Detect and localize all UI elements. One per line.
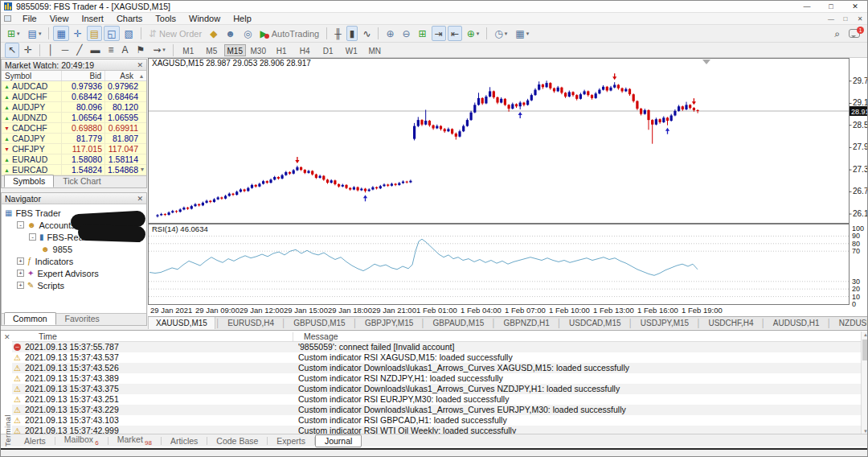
chart-tab-xauusd-m15[interactable]: XAUUSD,M15 [148,317,215,329]
candle-body [334,180,336,184]
journal-row[interactable]: ⚠2021.09.13 15:37:43.251Custom indicator… [12,394,861,405]
status-bar [1,448,867,457]
chart-tab-gbpnzd-h1[interactable]: GBPNZD,H1 [497,317,557,329]
candle-body [206,201,208,203]
expand-icon[interactable]: + [17,257,24,265]
candle-body [440,126,442,130]
candle-body [251,185,253,188]
price-down-icon: ▼ [4,146,10,152]
candle-body [182,208,185,209]
journal-row[interactable]: –2021.09.13 15:37:55.787'9855059': conne… [12,342,861,352]
candle-body [651,120,653,125]
market-watch-tab-symbols[interactable]: Symbols [4,175,54,187]
journal-row[interactable]: ⚠2021.09.13 15:37:43.103Custom indicator… [12,415,861,426]
column-time[interactable]: Time [39,331,57,341]
candle-body [198,204,200,205]
terminal-tab-alerts[interactable]: Alerts [15,435,55,447]
close-icon[interactable]: ✕ [137,61,143,69]
tab-badge: 98 [143,439,152,447]
warning-icon: ⚠ [14,385,21,393]
market-watch-row[interactable]: ▲EURAUD1.580801.58114 [2,154,146,165]
navigator-item-9855[interactable]: ☻9855 [2,243,146,255]
log-time: 2021.09.13 15:37:43.229 [25,405,119,415]
scroll-up-icon[interactable]: ▴ [137,71,146,80]
expand-icon[interactable]: + [17,270,24,277]
bid-value: 0.68442 [61,92,104,101]
candle-body [307,171,309,173]
candle-body [168,212,170,215]
chart-tab-audusd-h1[interactable]: AUDUSD,H1 [766,317,827,329]
column-ask[interactable]: Ask [104,71,137,80]
candle-body [598,90,600,94]
symbol-name: CADCHF [12,123,47,133]
navigator-item-indicators[interactable]: +ƒIndicators [2,255,146,267]
column-symbol[interactable]: Symbol [2,71,61,80]
candle-body [647,110,649,120]
close-icon[interactable]: ✕ [137,195,143,203]
terminal-tab-mailbox[interactable]: Mailbox 6 [55,434,108,447]
chart-tab-usdchf-h4[interactable]: USDCHF,H4 [701,317,760,329]
terminal-scrollbar[interactable]: ▲ ▼ [861,331,868,434]
candle-body [293,171,295,174]
collapse-icon[interactable]: - [29,233,36,241]
terminal-tab-code-base[interactable]: Code Base [207,435,267,447]
scroll-up-icon[interactable]: ▲ [862,332,868,337]
price-axis-label: 27.950 [853,142,868,151]
candle-body [655,119,657,125]
chart-tab-nzdusd-h4[interactable]: NZDUSD,H4 [832,317,868,329]
navigator-item-label: Scripts [37,281,64,290]
chart-tab-usdjpy-m15[interactable]: USDJPY,M15 [633,317,696,329]
navigator-item-scripts[interactable]: +✎Scripts [2,279,146,291]
candle-body [330,180,333,183]
terminal-tab-market[interactable]: Market 98 [108,434,161,447]
candle-body [406,182,408,183]
bid-value: 81.779 [61,134,104,143]
close-icon[interactable]: ✕ [4,333,10,341]
journal-row[interactable]: ⚠2021.09.13 15:37:43.389Custom indicator… [12,373,861,384]
journal-row[interactable]: ⚠2021.09.13 15:37:43.537Custom indicator… [12,352,861,363]
navigator-item-label: Accounts [39,220,76,230]
candle-body [413,126,416,139]
candle-body [557,88,559,92]
collapse-icon[interactable]: - [17,221,24,228]
candle-body [402,182,404,183]
accounts-icon: ☻ [27,220,36,229]
terminal-tab-experts[interactable]: Experts [268,435,314,447]
navigator-item-expert-advisors[interactable]: +✦Expert Advisors [2,267,146,279]
market-watch-row[interactable]: ▼CHFJPY117.015117.047 [2,144,146,154]
terminal-tab-articles[interactable]: Articles [162,435,207,447]
candle-body [689,105,691,108]
column-bid[interactable]: Bid [61,71,104,80]
market-watch-row[interactable]: ▲AUDCAD0.979360.97962 [2,81,146,92]
application-window: 9855059: FBS Trader 4 - [XAGUSD,M15] — □… [0,0,868,457]
journal-row[interactable]: ⚠2021.09.13 15:37:43.375Custom indicator… [12,384,861,394]
market-watch-row[interactable]: ▲AUDNZD1.065641.06595 [2,113,146,123]
navigator-tab-common[interactable]: Common [4,312,56,325]
journal-row[interactable]: ⚠2021.09.13 15:37:43.229Custom indicator… [12,405,861,415]
column-message[interactable]: Message [304,331,338,341]
terminal-tab-journal[interactable]: Journal [315,434,362,447]
candle-body [213,200,215,202]
candle-body [560,88,563,93]
navigator-tab-favorites[interactable]: Favorites [56,312,108,325]
chart-tab-usdcad-m15[interactable]: USDCAD,M15 [562,317,628,329]
scroll-down-icon[interactable]: ▾ [141,166,144,173]
market-watch-row[interactable]: ▼CADCHF0.698800.69911 [2,123,146,134]
market-watch-row[interactable]: ▲CADJPY81.77981.807 [2,134,146,144]
market-watch-row[interactable]: ▲AUDJPY80.09680.120 [2,102,146,113]
candle-body [319,176,321,178]
candle-body [458,131,461,137]
chart-tab-eurusd-h4[interactable]: EURUSD,H4 [220,317,281,329]
chart-tab-gbpaud-m15[interactable]: GBPAUD,M15 [426,317,492,329]
expand-icon[interactable]: + [17,282,24,289]
scrollbar-thumb[interactable] [862,340,868,360]
symbol-name: AUDJPY [12,102,45,112]
candle-body [371,187,374,190]
chart-tab-gbpjpy-m15[interactable]: GBPJPY,M15 [358,317,420,329]
chart-tab-gbpusd-m15[interactable]: GBPUSD,M15 [286,317,352,329]
journal-row[interactable]: ⚠2021.09.13 15:37:43.526Custom indicator… [12,363,861,373]
candle-body [493,91,495,97]
ask-value: 80.120 [104,102,146,112]
market-watch-tab-tick-chart[interactable]: Tick Chart [54,175,109,187]
market-watch-row[interactable]: ▲AUDCHF0.684420.68464 [2,92,146,102]
